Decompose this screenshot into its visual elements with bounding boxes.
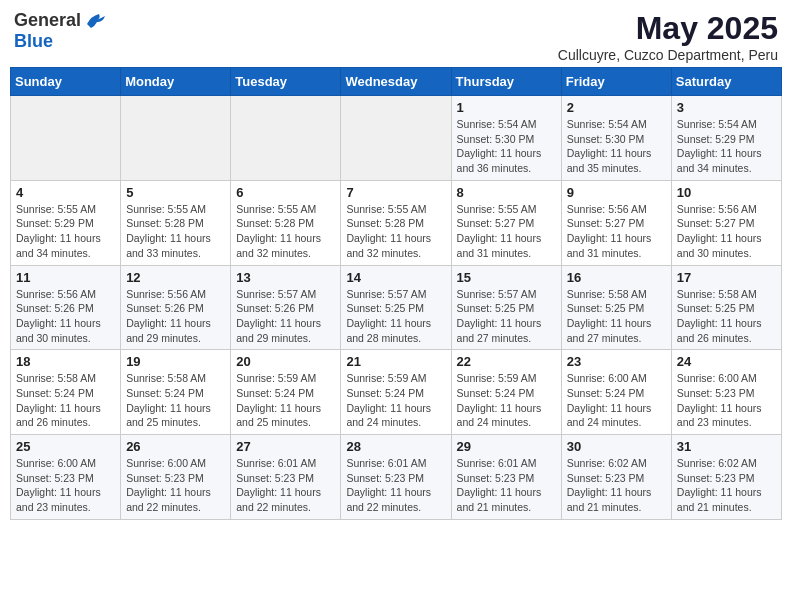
calendar-cell: 6Sunrise: 5:55 AM Sunset: 5:28 PM Daylig… <box>231 180 341 265</box>
weekday-header: Saturday <box>671 68 781 96</box>
weekday-header: Thursday <box>451 68 561 96</box>
day-info: Sunrise: 5:57 AM Sunset: 5:26 PM Dayligh… <box>236 287 335 346</box>
calendar-week-row: 1Sunrise: 5:54 AM Sunset: 5:30 PM Daylig… <box>11 96 782 181</box>
calendar-cell <box>231 96 341 181</box>
weekday-header: Sunday <box>11 68 121 96</box>
day-number: 31 <box>677 439 776 454</box>
day-info: Sunrise: 5:59 AM Sunset: 5:24 PM Dayligh… <box>457 371 556 430</box>
calendar-week-row: 4Sunrise: 5:55 AM Sunset: 5:29 PM Daylig… <box>11 180 782 265</box>
calendar-cell: 2Sunrise: 5:54 AM Sunset: 5:30 PM Daylig… <box>561 96 671 181</box>
day-number: 12 <box>126 270 225 285</box>
day-number: 25 <box>16 439 115 454</box>
calendar-week-row: 18Sunrise: 5:58 AM Sunset: 5:24 PM Dayli… <box>11 350 782 435</box>
weekday-header: Friday <box>561 68 671 96</box>
calendar-table: SundayMondayTuesdayWednesdayThursdayFrid… <box>10 67 782 520</box>
location-subtitle: Cullcuyre, Cuzco Department, Peru <box>558 47 778 63</box>
calendar-cell: 8Sunrise: 5:55 AM Sunset: 5:27 PM Daylig… <box>451 180 561 265</box>
calendar-cell: 14Sunrise: 5:57 AM Sunset: 5:25 PM Dayli… <box>341 265 451 350</box>
logo-general: General <box>14 10 81 31</box>
day-number: 22 <box>457 354 556 369</box>
day-info: Sunrise: 5:57 AM Sunset: 5:25 PM Dayligh… <box>346 287 445 346</box>
calendar-week-row: 25Sunrise: 6:00 AM Sunset: 5:23 PM Dayli… <box>11 435 782 520</box>
calendar-cell: 13Sunrise: 5:57 AM Sunset: 5:26 PM Dayli… <box>231 265 341 350</box>
calendar-week-row: 11Sunrise: 5:56 AM Sunset: 5:26 PM Dayli… <box>11 265 782 350</box>
calendar-cell: 16Sunrise: 5:58 AM Sunset: 5:25 PM Dayli… <box>561 265 671 350</box>
day-info: Sunrise: 5:54 AM Sunset: 5:29 PM Dayligh… <box>677 117 776 176</box>
day-info: Sunrise: 5:56 AM Sunset: 5:26 PM Dayligh… <box>16 287 115 346</box>
day-info: Sunrise: 5:58 AM Sunset: 5:24 PM Dayligh… <box>16 371 115 430</box>
day-number: 30 <box>567 439 666 454</box>
day-info: Sunrise: 6:02 AM Sunset: 5:23 PM Dayligh… <box>567 456 666 515</box>
weekday-header: Wednesday <box>341 68 451 96</box>
logo-bird-icon <box>83 12 105 30</box>
day-number: 5 <box>126 185 225 200</box>
day-number: 17 <box>677 270 776 285</box>
day-info: Sunrise: 5:55 AM Sunset: 5:28 PM Dayligh… <box>236 202 335 261</box>
day-info: Sunrise: 5:56 AM Sunset: 5:27 PM Dayligh… <box>677 202 776 261</box>
day-number: 27 <box>236 439 335 454</box>
calendar-cell: 22Sunrise: 5:59 AM Sunset: 5:24 PM Dayli… <box>451 350 561 435</box>
day-info: Sunrise: 5:56 AM Sunset: 5:27 PM Dayligh… <box>567 202 666 261</box>
calendar-cell: 1Sunrise: 5:54 AM Sunset: 5:30 PM Daylig… <box>451 96 561 181</box>
calendar-cell: 10Sunrise: 5:56 AM Sunset: 5:27 PM Dayli… <box>671 180 781 265</box>
calendar-cell: 17Sunrise: 5:58 AM Sunset: 5:25 PM Dayli… <box>671 265 781 350</box>
day-info: Sunrise: 6:00 AM Sunset: 5:23 PM Dayligh… <box>126 456 225 515</box>
calendar-cell: 27Sunrise: 6:01 AM Sunset: 5:23 PM Dayli… <box>231 435 341 520</box>
day-number: 11 <box>16 270 115 285</box>
day-number: 16 <box>567 270 666 285</box>
calendar-cell: 25Sunrise: 6:00 AM Sunset: 5:23 PM Dayli… <box>11 435 121 520</box>
calendar-cell: 9Sunrise: 5:56 AM Sunset: 5:27 PM Daylig… <box>561 180 671 265</box>
calendar-cell: 3Sunrise: 5:54 AM Sunset: 5:29 PM Daylig… <box>671 96 781 181</box>
calendar-cell: 30Sunrise: 6:02 AM Sunset: 5:23 PM Dayli… <box>561 435 671 520</box>
day-number: 19 <box>126 354 225 369</box>
day-number: 6 <box>236 185 335 200</box>
calendar-cell: 15Sunrise: 5:57 AM Sunset: 5:25 PM Dayli… <box>451 265 561 350</box>
day-number: 23 <box>567 354 666 369</box>
weekday-header: Monday <box>121 68 231 96</box>
calendar-cell: 4Sunrise: 5:55 AM Sunset: 5:29 PM Daylig… <box>11 180 121 265</box>
day-info: Sunrise: 5:58 AM Sunset: 5:25 PM Dayligh… <box>677 287 776 346</box>
month-title: May 2025 <box>558 10 778 47</box>
day-info: Sunrise: 5:59 AM Sunset: 5:24 PM Dayligh… <box>346 371 445 430</box>
day-number: 4 <box>16 185 115 200</box>
calendar-cell <box>121 96 231 181</box>
day-number: 21 <box>346 354 445 369</box>
calendar-cell: 24Sunrise: 6:00 AM Sunset: 5:23 PM Dayli… <box>671 350 781 435</box>
logo-blue: Blue <box>14 31 105 52</box>
day-info: Sunrise: 5:55 AM Sunset: 5:28 PM Dayligh… <box>346 202 445 261</box>
day-number: 18 <box>16 354 115 369</box>
logo: General Blue <box>14 10 105 52</box>
day-info: Sunrise: 6:01 AM Sunset: 5:23 PM Dayligh… <box>346 456 445 515</box>
day-info: Sunrise: 6:00 AM Sunset: 5:24 PM Dayligh… <box>567 371 666 430</box>
day-number: 1 <box>457 100 556 115</box>
day-info: Sunrise: 5:55 AM Sunset: 5:28 PM Dayligh… <box>126 202 225 261</box>
weekday-header: Tuesday <box>231 68 341 96</box>
day-info: Sunrise: 6:01 AM Sunset: 5:23 PM Dayligh… <box>457 456 556 515</box>
day-number: 13 <box>236 270 335 285</box>
day-number: 7 <box>346 185 445 200</box>
page-header: General Blue May 2025 Cullcuyre, Cuzco D… <box>10 10 782 63</box>
day-info: Sunrise: 6:00 AM Sunset: 5:23 PM Dayligh… <box>677 371 776 430</box>
calendar-cell: 12Sunrise: 5:56 AM Sunset: 5:26 PM Dayli… <box>121 265 231 350</box>
day-info: Sunrise: 6:02 AM Sunset: 5:23 PM Dayligh… <box>677 456 776 515</box>
calendar-cell: 20Sunrise: 5:59 AM Sunset: 5:24 PM Dayli… <box>231 350 341 435</box>
day-number: 3 <box>677 100 776 115</box>
calendar-cell: 5Sunrise: 5:55 AM Sunset: 5:28 PM Daylig… <box>121 180 231 265</box>
calendar-cell: 19Sunrise: 5:58 AM Sunset: 5:24 PM Dayli… <box>121 350 231 435</box>
calendar-cell: 31Sunrise: 6:02 AM Sunset: 5:23 PM Dayli… <box>671 435 781 520</box>
calendar-cell: 18Sunrise: 5:58 AM Sunset: 5:24 PM Dayli… <box>11 350 121 435</box>
day-info: Sunrise: 5:57 AM Sunset: 5:25 PM Dayligh… <box>457 287 556 346</box>
day-number: 26 <box>126 439 225 454</box>
calendar-cell <box>341 96 451 181</box>
calendar-cell: 7Sunrise: 5:55 AM Sunset: 5:28 PM Daylig… <box>341 180 451 265</box>
calendar-cell: 29Sunrise: 6:01 AM Sunset: 5:23 PM Dayli… <box>451 435 561 520</box>
calendar-cell: 11Sunrise: 5:56 AM Sunset: 5:26 PM Dayli… <box>11 265 121 350</box>
day-info: Sunrise: 6:01 AM Sunset: 5:23 PM Dayligh… <box>236 456 335 515</box>
calendar-cell: 23Sunrise: 6:00 AM Sunset: 5:24 PM Dayli… <box>561 350 671 435</box>
day-info: Sunrise: 5:56 AM Sunset: 5:26 PM Dayligh… <box>126 287 225 346</box>
day-info: Sunrise: 5:58 AM Sunset: 5:25 PM Dayligh… <box>567 287 666 346</box>
day-info: Sunrise: 5:54 AM Sunset: 5:30 PM Dayligh… <box>457 117 556 176</box>
day-info: Sunrise: 5:58 AM Sunset: 5:24 PM Dayligh… <box>126 371 225 430</box>
calendar-cell <box>11 96 121 181</box>
day-info: Sunrise: 5:55 AM Sunset: 5:29 PM Dayligh… <box>16 202 115 261</box>
